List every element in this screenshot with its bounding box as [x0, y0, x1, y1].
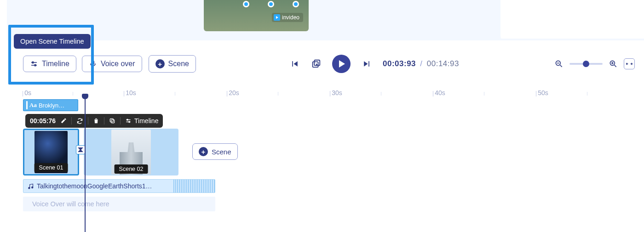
clip-timecode: 00:05:76	[30, 117, 56, 124]
ruler-tick: 50s	[535, 89, 548, 96]
audio-clip-label: TalkingtothemoonGoogleEarthShorts1…	[37, 182, 152, 190]
transition-marker[interactable]	[76, 145, 85, 154]
timecode-display: 00:03:93 / 00:14:93	[383, 59, 459, 68]
svg-rect-22	[129, 121, 130, 122]
path-node-icon	[268, 1, 274, 7]
transition-icon	[78, 147, 83, 152]
path-node-icon	[293, 1, 299, 7]
timeline-button[interactable]: Timeline	[23, 56, 76, 72]
preview-strip: invideo	[7, 0, 644, 40]
scene-label: Scene 02	[115, 164, 148, 174]
add-scene-inline-button[interactable]: + Scene	[192, 143, 238, 160]
watermark-text: invideo	[282, 14, 299, 21]
waveform-icon	[173, 180, 215, 192]
ruler-tick: 40s	[432, 89, 445, 96]
zoom-controls	[554, 51, 635, 77]
playhead[interactable]	[85, 99, 86, 232]
svg-point-23	[29, 187, 30, 188]
ruler-tick: 20s	[226, 89, 239, 96]
watermark-badge: invideo	[272, 13, 303, 22]
replace-button[interactable]	[76, 118, 83, 124]
scene-clip-2[interactable]: Scene 02	[84, 129, 178, 175]
side-panel	[497, 0, 644, 39]
svg-rect-6	[292, 61, 293, 67]
svg-point-24	[32, 187, 33, 188]
scene-clip-1[interactable]: Scene 01	[23, 129, 79, 175]
clip-handle[interactable]	[26, 101, 28, 109]
duplicate-button[interactable]	[109, 118, 115, 124]
svg-rect-18	[110, 119, 113, 122]
svg-rect-17	[111, 120, 115, 123]
svg-line-11	[560, 65, 562, 67]
path-node-icon	[243, 1, 249, 7]
tutorial-tooltip: Open Scene Timeline	[14, 34, 91, 49]
ruler-tick: 10s	[123, 89, 136, 96]
svg-rect-3	[35, 65, 36, 66]
svg-rect-4	[92, 61, 94, 64]
text-icon: Aa	[29, 102, 37, 109]
ruler-tick: 0s	[22, 89, 31, 96]
text-clip[interactable]: Aa Broklyn…	[23, 99, 78, 111]
svg-line-14	[615, 65, 616, 67]
zoom-slider-handle[interactable]	[583, 61, 589, 67]
text-clip-label: Broklyn…	[39, 102, 64, 109]
zoom-slider[interactable]	[569, 63, 603, 65]
ruler-tick: 30s	[329, 89, 342, 96]
zoom-out-button[interactable]	[554, 59, 564, 69]
preview-thumbnail[interactable]: invideo	[204, 0, 309, 31]
play-button[interactable]	[332, 55, 351, 73]
plus-icon: +	[155, 59, 165, 68]
timeline-area: Aa Broklyn… 00:05:76 Timeline Scene 01	[23, 99, 644, 111]
audio-clip[interactable]: TalkingtothemoonGoogleEarthShorts1…	[23, 179, 215, 193]
sliders-icon	[30, 60, 38, 68]
editor-toolbar: Timeline Voice over + Scene 00:03:93 / 0…	[0, 51, 644, 77]
svg-rect-2	[32, 62, 33, 63]
mic-icon	[89, 60, 97, 68]
transport-controls: 00:03:93 / 00:14:93	[290, 51, 459, 77]
voiceover-track-placeholder[interactable]: Voice Over will come here	[23, 197, 215, 211]
fit-width-button[interactable]	[624, 58, 635, 69]
preview-mode-button[interactable]	[311, 59, 321, 69]
clip-context-toolbar: 00:05:76 Timeline	[25, 114, 163, 128]
scene-label: Scene 01	[34, 163, 68, 172]
plus-icon: +	[199, 147, 208, 156]
svg-rect-21	[127, 119, 128, 120]
scenes-track: Scene 01 Scene 02	[23, 129, 178, 175]
svg-rect-9	[368, 61, 369, 67]
time-ruler[interactable]: 0s 10s 20s 30s 40s 50s	[22, 87, 644, 98]
clip-timeline-button[interactable]: Timeline	[125, 117, 158, 124]
delete-button[interactable]	[93, 118, 99, 124]
play-icon	[274, 14, 280, 21]
music-icon	[27, 183, 34, 190]
zoom-in-button[interactable]	[608, 59, 618, 69]
voiceover-button[interactable]: Voice over	[82, 56, 142, 72]
add-scene-button[interactable]: + Scene	[149, 55, 196, 73]
skip-start-button[interactable]	[290, 59, 300, 69]
skip-end-button[interactable]	[362, 59, 372, 69]
edit-button[interactable]	[60, 118, 67, 124]
